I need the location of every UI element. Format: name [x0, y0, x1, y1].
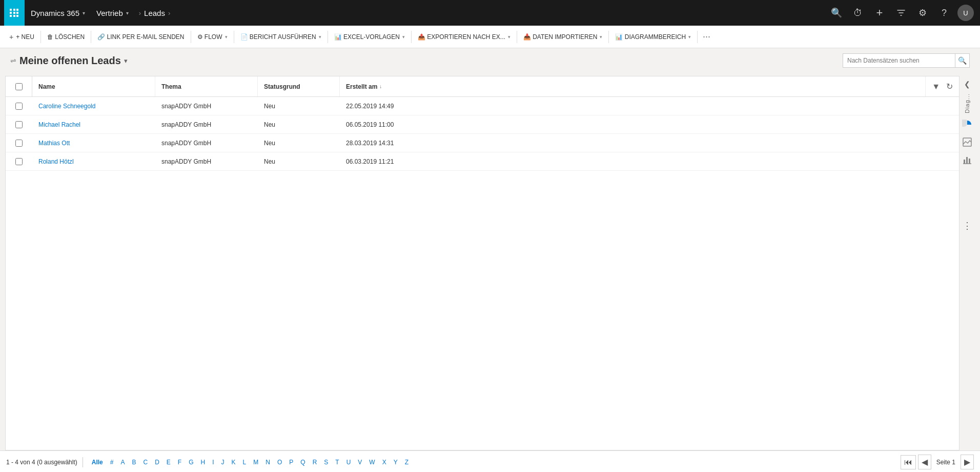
- alpha-h[interactable]: H: [197, 459, 209, 466]
- row-checkbox-3[interactable]: [15, 140, 23, 147]
- alpha-k[interactable]: K: [228, 459, 239, 466]
- row-checkbox-4[interactable]: [15, 158, 23, 165]
- col-header-statusgrund[interactable]: Statusgrund: [258, 76, 340, 96]
- alpha-b[interactable]: B: [128, 459, 139, 466]
- sidebar-collapse-button[interactable]: ❮: [962, 78, 972, 90]
- table-filter-button[interactable]: ▼: [930, 80, 942, 93]
- search-input[interactable]: [843, 53, 955, 68]
- global-search-button[interactable]: 🔍: [826, 0, 847, 26]
- sidebar-pie-chart-icon[interactable]: [959, 116, 975, 133]
- lead-link-4[interactable]: Roland Hötzl: [38, 158, 74, 165]
- view-title-chevron-icon[interactable]: ▾: [124, 57, 128, 65]
- alpha-hash[interactable]: #: [107, 459, 117, 466]
- table-row: Caroline Schneegold snapADDY GmbH Neu 22…: [6, 97, 959, 115]
- pin-icon: ⇌: [10, 56, 16, 65]
- flow-button[interactable]: ⚙ FLOW ▾: [192, 26, 233, 48]
- row-checkbox-cell-2[interactable]: [6, 121, 32, 128]
- next-page-button[interactable]: ▶: [961, 455, 974, 469]
- row-thema-2: snapADDY GmbH: [155, 115, 258, 133]
- status-separator: [83, 457, 83, 467]
- command-toolbar: + + NEU 🗑 LÖSCHEN 🔗 LINK PER E-MAIL SEND…: [0, 26, 980, 48]
- report-label: 📄 BERICHT AUSFÜHREN: [240, 33, 316, 41]
- lead-link-1[interactable]: Caroline Schneegold: [38, 103, 95, 110]
- alpha-c[interactable]: C: [139, 459, 151, 466]
- sidebar-more-icon[interactable]: ⋮: [963, 220, 972, 231]
- module-button[interactable]: Vertrieb ▾: [91, 9, 134, 17]
- row-erstellt-2: 06.05.2019 11:00: [340, 115, 959, 133]
- col-header-erstellt[interactable]: Erstellt am ↓: [340, 76, 926, 96]
- report-chevron-icon: ▾: [319, 34, 321, 40]
- top-navigation: Dynamics 365 ▾ Vertrieb ▾ › Leads › 🔍 ⏱ …: [0, 0, 980, 26]
- settings-button[interactable]: ⚙: [912, 0, 933, 26]
- prev-page-button[interactable]: ◀: [918, 455, 931, 469]
- recent-items-button[interactable]: ⏱: [848, 0, 868, 26]
- report-button[interactable]: 📄 BERICHT AUSFÜHREN ▾: [235, 26, 326, 48]
- alpha-e[interactable]: E: [163, 459, 174, 466]
- alpha-s[interactable]: S: [320, 459, 332, 466]
- toolbar-separator-7: [517, 31, 517, 43]
- alpha-u[interactable]: U: [343, 459, 355, 466]
- thema-text-3: snapADDY GmbH: [161, 140, 211, 147]
- col-thema-label: Thema: [161, 83, 181, 90]
- alpha-alle[interactable]: Alle: [88, 459, 107, 466]
- svg-rect-0: [963, 138, 971, 146]
- first-page-button[interactable]: ⏮: [901, 455, 916, 469]
- new-icon: +: [9, 33, 13, 41]
- sidebar-image-chart-icon[interactable]: [959, 134, 975, 150]
- row-checkbox-1[interactable]: [15, 103, 23, 110]
- apps-menu-button[interactable]: [4, 0, 25, 26]
- help-button[interactable]: ?: [934, 0, 954, 26]
- alpha-p[interactable]: P: [285, 459, 297, 466]
- sidebar-diag-label[interactable]: Diag...: [964, 91, 970, 115]
- alpha-f[interactable]: F: [174, 459, 185, 466]
- search-button[interactable]: 🔍: [955, 53, 970, 68]
- excel-templates-button[interactable]: 📊 EXCEL-VORLAGEN ▾: [329, 26, 410, 48]
- alpha-n[interactable]: N: [262, 459, 274, 466]
- select-all-checkbox[interactable]: [15, 83, 23, 90]
- toolbar-separator-3: [191, 31, 191, 43]
- row-checkbox-cell-4[interactable]: [6, 158, 32, 165]
- col-header-name[interactable]: Name: [32, 76, 155, 96]
- more-options-button[interactable]: ···: [699, 26, 714, 48]
- advanced-filter-button[interactable]: [891, 0, 911, 26]
- alpha-t[interactable]: T: [332, 459, 342, 466]
- lead-link-2[interactable]: Michael Rachel: [38, 121, 80, 128]
- svg-rect-1: [964, 160, 965, 164]
- export-label: 📤 EXPORTIEREN NACH EX...: [418, 33, 505, 41]
- row-checkbox-cell-1[interactable]: [6, 103, 32, 110]
- alpha-o[interactable]: O: [274, 459, 285, 466]
- alpha-j[interactable]: J: [218, 459, 228, 466]
- alpha-i[interactable]: I: [209, 459, 217, 466]
- alpha-q[interactable]: Q: [297, 459, 309, 466]
- email-link-button[interactable]: 🔗 LINK PER E-MAIL SENDEN: [92, 26, 189, 48]
- alpha-g[interactable]: G: [185, 459, 197, 466]
- alpha-z[interactable]: Z: [401, 459, 412, 466]
- brand-button[interactable]: Dynamics 365 ▾: [25, 9, 91, 17]
- alpha-x[interactable]: X: [379, 459, 390, 466]
- diagram-button[interactable]: 📊 DIAGRAMMBEREICH ▾: [610, 26, 696, 48]
- import-button[interactable]: 📥 DATEN IMPORTIEREN ▾: [518, 26, 608, 48]
- lead-link-3[interactable]: Mathias Ott: [38, 140, 70, 147]
- alpha-w[interactable]: W: [365, 459, 378, 466]
- export-button[interactable]: 📤 EXPORTIEREN NACH EX... ▾: [413, 26, 516, 48]
- row-checkbox-cell-3[interactable]: [6, 140, 32, 147]
- col-header-thema[interactable]: Thema: [155, 76, 258, 96]
- alpha-y[interactable]: Y: [390, 459, 401, 466]
- table-refresh-button[interactable]: ↻: [944, 80, 955, 93]
- alpha-l[interactable]: L: [239, 459, 250, 466]
- alpha-d[interactable]: D: [151, 459, 163, 466]
- alpha-v[interactable]: V: [354, 459, 365, 466]
- sidebar-bar-chart-icon[interactable]: [959, 151, 975, 168]
- sort-icon: ↓: [379, 84, 382, 89]
- row-checkbox-2[interactable]: [15, 121, 23, 128]
- delete-button[interactable]: 🗑 LÖSCHEN: [42, 26, 90, 48]
- email-link-label: 🔗 LINK PER E-MAIL SENDEN: [97, 33, 184, 41]
- avatar[interactable]: U: [957, 5, 974, 21]
- alpha-r[interactable]: R: [309, 459, 321, 466]
- alpha-a[interactable]: A: [117, 459, 128, 466]
- select-all-cell[interactable]: [6, 76, 32, 96]
- new-record-button[interactable]: +: [869, 0, 890, 26]
- nav-icon-group: 🔍 ⏱ + ⚙ ? U: [826, 0, 976, 26]
- alpha-m[interactable]: M: [250, 459, 262, 466]
- new-button[interactable]: + + NEU: [4, 26, 39, 48]
